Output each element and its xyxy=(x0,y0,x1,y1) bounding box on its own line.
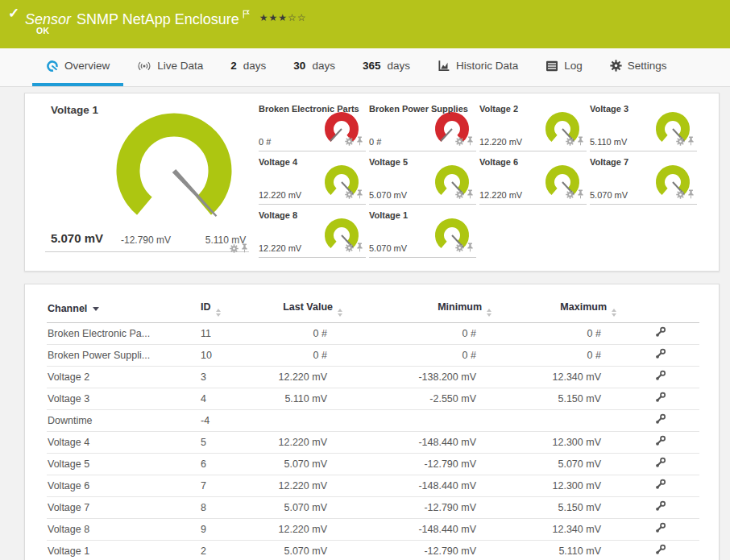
gear-icon[interactable] xyxy=(566,135,574,149)
column-header-minimum[interactable]: Minimum xyxy=(347,296,496,322)
pin-icon[interactable] xyxy=(467,188,474,202)
gauge-tile[interactable]: Voltage 35.110 mV xyxy=(590,102,697,151)
pin-icon[interactable] xyxy=(577,135,584,149)
tab-live-data[interactable]: Live Data xyxy=(123,48,217,86)
cell-last-value: 5.110 mV xyxy=(248,388,347,409)
channel-title: Voltage 1 xyxy=(369,208,476,220)
pin-icon[interactable] xyxy=(241,242,248,256)
table-row[interactable]: Voltage 6712.220 mV-148.440 mV12.300 mV xyxy=(47,475,699,496)
table-row[interactable]: Downtime-4 xyxy=(47,409,699,431)
gauge-tile[interactable]: Voltage 75.070 mV xyxy=(590,155,697,205)
tab-365-days[interactable]: 365days xyxy=(349,48,424,86)
gear-icon[interactable] xyxy=(345,135,354,149)
channel-settings-icon[interactable] xyxy=(655,326,666,340)
channel-value: 5.070 mV xyxy=(590,190,628,200)
cell-id: 2 xyxy=(200,540,248,560)
priority-stars[interactable]: ★★★☆☆ xyxy=(259,12,307,23)
channel-settings-icon[interactable] xyxy=(655,479,666,492)
table-row[interactable]: Voltage 785.070 mV-12.790 mV5.150 mV xyxy=(47,496,699,518)
broadcast-icon xyxy=(137,60,151,73)
gear-icon[interactable] xyxy=(676,135,685,149)
channel-settings-icon[interactable] xyxy=(655,413,666,427)
gear-icon[interactable] xyxy=(345,188,354,202)
table-row[interactable]: Voltage 125.070 mV-12.790 mV5.110 mV xyxy=(47,540,699,560)
cell-id: 9 xyxy=(200,518,248,540)
pin-icon[interactable] xyxy=(356,188,363,202)
column-label: Last Value xyxy=(283,301,333,313)
tab-settings[interactable]: Settings xyxy=(596,48,681,86)
tab-number: 365 xyxy=(363,60,381,72)
channel-settings-icon[interactable] xyxy=(655,500,666,514)
gauge-tile[interactable]: Voltage 15.070 mV xyxy=(369,208,476,258)
channel-title: Broken Electronic Parts xyxy=(259,102,366,114)
primary-gauge-tile[interactable]: Voltage 1 5.070 mV -12.790 mV 5.110 mV xyxy=(25,93,259,271)
tile-actions xyxy=(455,188,474,202)
cell-maximum: 12.340 mV xyxy=(496,366,621,388)
channel-settings-icon[interactable] xyxy=(655,435,666,449)
cell-last-value: 5.070 mV xyxy=(248,496,347,518)
tab-30-days[interactable]: 30days xyxy=(280,48,349,86)
tab-log[interactable]: Log xyxy=(532,48,596,86)
gear-icon[interactable] xyxy=(455,241,464,255)
channel-settings-icon[interactable] xyxy=(655,392,666,405)
channel-settings-icon[interactable] xyxy=(655,522,666,536)
column-header-maximum[interactable]: Maximum xyxy=(496,296,621,322)
gear-icon[interactable] xyxy=(455,135,464,149)
channel-settings-icon[interactable] xyxy=(655,457,666,471)
cell-last-value: 12.220 mV xyxy=(248,475,347,496)
pin-icon[interactable] xyxy=(467,135,474,149)
channel-value: 5.070 mV xyxy=(369,190,407,200)
cell-minimum: -148.440 mV xyxy=(347,431,496,453)
gear-icon[interactable] xyxy=(566,188,574,202)
channel-settings-icon[interactable] xyxy=(655,370,666,384)
pin-icon[interactable] xyxy=(687,135,695,149)
page-title: SensorSNMP NetApp Enclosure★★★☆☆ xyxy=(25,6,307,28)
gauge-tile[interactable]: Broken Electronic Parts0 # xyxy=(259,102,366,151)
pin-icon[interactable] xyxy=(467,241,474,255)
content-area: Voltage 1 5.070 mV -12.790 mV 5.110 mV B… xyxy=(0,87,730,560)
table-row[interactable]: Voltage 2312.220 mV-138.200 mV12.340 mV xyxy=(47,366,699,388)
table-row[interactable]: Voltage 8912.220 mV-148.440 mV12.340 mV xyxy=(47,518,699,540)
channel-value: 12.220 mV xyxy=(259,190,301,200)
pin-icon[interactable] xyxy=(577,188,584,202)
cell-id: 11 xyxy=(200,322,248,344)
channel-settings-icon[interactable] xyxy=(655,544,666,558)
column-header-id[interactable]: ID xyxy=(200,296,248,322)
gauge-tile[interactable]: Voltage 412.220 mV xyxy=(259,155,366,205)
cell-last-value: 12.220 mV xyxy=(248,366,347,388)
table-row[interactable]: Voltage 345.110 mV-2.550 mV5.150 mV xyxy=(47,388,699,409)
cell-last-value: 0 # xyxy=(248,344,347,366)
cell-maximum: 5.150 mV xyxy=(496,496,621,518)
gauge-tile[interactable]: Broken Power Supplies0 # xyxy=(369,102,476,151)
pin-icon[interactable] xyxy=(356,135,363,149)
flag-icon[interactable] xyxy=(243,6,250,23)
gauge-tile[interactable]: Voltage 612.220 mV xyxy=(479,155,587,205)
table-row[interactable]: Broken Power Suppli...100 #0 #0 # xyxy=(47,344,699,366)
gear-icon[interactable] xyxy=(345,241,354,255)
tab-overview[interactable]: Overview xyxy=(32,48,123,86)
tile-actions xyxy=(455,135,474,149)
gear-icon[interactable] xyxy=(455,188,464,202)
column-header-channel[interactable]: Channel xyxy=(47,296,200,322)
table-row[interactable]: Voltage 4512.220 mV-148.440 mV12.300 mV xyxy=(47,431,699,453)
channel-value: 0 # xyxy=(369,137,381,147)
channel-value: 5.110 mV xyxy=(590,137,627,147)
tab-number: 2 xyxy=(230,60,237,72)
tile-actions xyxy=(345,241,363,255)
tab-2-days[interactable]: 2days xyxy=(217,48,280,86)
cell-minimum: 0 # xyxy=(347,322,496,344)
table-row[interactable]: Broken Electronic Pa...110 #0 #0 # xyxy=(47,322,699,344)
gear-icon[interactable] xyxy=(676,188,685,202)
gauge-tile[interactable]: Voltage 55.070 mV xyxy=(369,155,476,205)
channel-settings-icon[interactable] xyxy=(655,348,666,362)
cell-minimum: 0 # xyxy=(347,344,496,366)
gauge-tile[interactable]: Voltage 812.220 mV xyxy=(259,208,366,258)
pin-icon[interactable] xyxy=(356,241,363,255)
gear-icon[interactable] xyxy=(230,242,238,256)
pin-icon[interactable] xyxy=(687,188,695,202)
table-row[interactable]: Voltage 565.070 mV-12.790 mV5.070 mV xyxy=(47,453,699,475)
column-header-actions xyxy=(621,296,699,322)
tab-historic-data[interactable]: Historic Data xyxy=(424,48,532,86)
column-header-last-value[interactable]: Last Value xyxy=(248,296,347,322)
gauge-tile[interactable]: Voltage 212.220 mV xyxy=(479,102,587,151)
